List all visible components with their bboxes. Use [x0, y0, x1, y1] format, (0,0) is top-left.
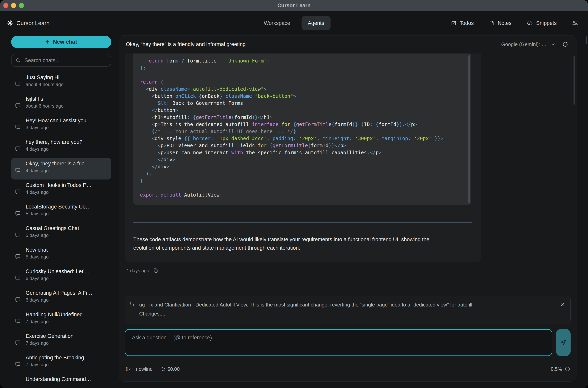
chat-bubble-icon: [15, 291, 21, 309]
message-text: These code artifacts demonstrate how the…: [133, 235, 472, 252]
chat-list-item[interactable]: Handling Null/Undefined …7 days ago: [11, 309, 111, 330]
code-line: }: [140, 177, 462, 184]
chat-bubble-icon: [15, 377, 21, 382]
code-line: };: [140, 65, 462, 72]
chat-item-title: Exercise Generation: [26, 333, 74, 340]
app-window: Cursor Learn Cursor Learn Workspace Agen…: [0, 0, 588, 388]
code-line: export default AutofillView;: [140, 192, 462, 198]
chat-item-timestamp: 7 days ago: [26, 362, 89, 367]
search-input[interactable]: [24, 57, 99, 64]
notes-button[interactable]: Notes: [489, 20, 511, 26]
chat-list-item[interactable]: Understanding Command…: [11, 373, 111, 382]
tab-workspace[interactable]: Workspace: [258, 16, 297, 30]
chat-item-title: Isjfslff s: [26, 96, 64, 102]
sidebar: + New chat Just Saying Hiabout 4 hours a…: [11, 35, 111, 382]
chat-bubble-icon: [15, 205, 21, 223]
chat-list-item[interactable]: Exercise Generation7 days ago: [11, 330, 111, 352]
chat-item-title: Generating All Pages: A Fi…: [26, 290, 92, 296]
model-label: Google (Gemini): …: [501, 41, 546, 48]
app-header: Cursor Learn Workspace Agents Todos: [0, 11, 588, 35]
chat-bubble-icon: [15, 118, 21, 136]
chat-item-timestamp: 4 days ago: [26, 146, 82, 152]
question-input[interactable]: [125, 329, 552, 356]
chat-bubble-icon: [15, 162, 21, 179]
code-line: [140, 72, 462, 79]
chat-list-item[interactable]: New chat5 days ago: [11, 244, 111, 266]
chat-list-item[interactable]: hey there, how are you?4 days ago: [11, 136, 111, 158]
chat-search: [11, 54, 111, 67]
cursor-asterisk-icon: [7, 20, 13, 26]
copy-icon[interactable]: [153, 268, 158, 273]
chat-list-item[interactable]: Anticipating the Breaking…7 days ago: [11, 352, 111, 373]
code-line: <p>This is the dedicated autofill interf…: [140, 121, 462, 128]
chat-item-title: Anticipating the Breaking…: [26, 354, 89, 361]
todos-label: Todos: [459, 20, 474, 26]
code-content: return form ? form.title : 'Unknown Form…: [133, 53, 471, 198]
app-logo: Cursor Learn: [7, 11, 49, 35]
chat-bubble-icon: [15, 312, 21, 330]
messages-scrollbar[interactable]: [573, 56, 575, 105]
new-chat-label: New chat: [53, 39, 77, 45]
composer-hint-row: ⇧↵ newline $0.00 0.5%: [125, 365, 570, 372]
close-icon[interactable]: [560, 302, 565, 307]
code-line: <div className="autofill-dedicated-view"…: [140, 86, 462, 93]
chat-item-title: New chat: [26, 246, 48, 253]
chat-list-item[interactable]: Custom Hooks in Todos P…4 days ago: [11, 179, 111, 201]
chat-bubble-icon: [15, 97, 21, 115]
chat-title: Okay, “hey there” is a friendly and info…: [126, 35, 246, 53]
chat-item-timestamp: 4 days ago: [26, 190, 92, 195]
chat-list-item[interactable]: Okay, “hey there” is a frie…4 days ago: [11, 158, 111, 179]
code-scrollbar[interactable]: [468, 55, 470, 203]
send-button[interactable]: [556, 329, 571, 356]
settings-sliders-button[interactable]: [572, 20, 578, 26]
quoted-reference-bar: ug Fix and Clarification - Dedicated Aut…: [125, 296, 571, 324]
todos-button[interactable]: Todos: [451, 20, 474, 26]
chat-list-item[interactable]: Just Saying Hiabout 4 hours ago: [11, 72, 111, 93]
chat-panel: Okay, “hey there” is a friendly and info…: [119, 35, 576, 382]
code-line: </button>: [140, 107, 462, 114]
code-line: </div>: [140, 156, 462, 163]
model-selector[interactable]: Google (Gemini): …: [501, 35, 568, 53]
chat-item-timestamp: about 4 hours ago: [26, 82, 64, 87]
chat-list-item[interactable]: LocalStorage Security Co…5 days ago: [11, 201, 111, 223]
refresh-icon[interactable]: [562, 41, 568, 48]
newline-hint: newline: [136, 366, 153, 372]
chat-panel-header: Okay, “hey there” is a friendly and info…: [119, 35, 576, 53]
chat-bubble-icon: [15, 140, 21, 158]
code-line: return form ? form.title : 'Unknown Form…: [140, 57, 462, 65]
cost-value: $0.00: [167, 366, 180, 372]
chat-bubble-icon: [15, 334, 21, 352]
code-line: <button onClick={onBack} className="back…: [140, 93, 462, 100]
message-divider: [133, 222, 472, 223]
code-line: return (: [140, 79, 462, 86]
cost-coin-icon: [161, 367, 165, 371]
new-chat-button[interactable]: + New chat: [11, 36, 111, 48]
send-plane-icon: [560, 339, 567, 346]
chat-item-timestamp: 6 days ago: [26, 297, 92, 303]
chat-item-title: Just Saying Hi: [26, 74, 64, 81]
chat-list-item[interactable]: Generating All Pages: A Fi…6 days ago: [11, 287, 111, 309]
chat-item-title: Custom Hooks in Todos P…: [26, 182, 92, 189]
main-tabs: Workspace Agents: [258, 11, 331, 35]
titlebar: Cursor Learn: [0, 0, 588, 11]
message-meta: 4 days ago: [126, 268, 158, 273]
chat-list-item[interactable]: Hey! How can I assist you…3 days ago: [11, 115, 111, 136]
snippets-button[interactable]: Snippets: [527, 20, 557, 26]
code-line: <div style={{ border: '1px dashed #ccc',…: [140, 135, 462, 142]
context-ring-icon: [565, 366, 570, 372]
chat-bubble-icon: [15, 75, 21, 93]
chat-bubble-icon: [15, 356, 21, 373]
chat-item-title: Curiosity Unleashed: Let’…: [26, 268, 90, 275]
chat-list-item[interactable]: Casual Greetings Chat5 days ago: [11, 223, 111, 244]
chat-list-item[interactable]: Curiosity Unleashed: Let’…6 days ago: [11, 266, 111, 287]
chat-item-title: Hey! How can I assist you…: [26, 117, 92, 124]
tab-agents[interactable]: Agents: [302, 16, 330, 30]
chat-item-timestamp: 5 days ago: [26, 233, 79, 238]
header-actions: Todos Notes Snippets: [451, 11, 578, 35]
chat-item-title: Okay, “hey there” is a frie…: [26, 160, 90, 167]
chat-item-timestamp: 7 days ago: [26, 340, 74, 346]
chat-list-item[interactable]: Isjfslff sabout 6 hours ago: [11, 93, 111, 115]
reply-arrow-icon: [129, 301, 135, 307]
app-logo-text: Cursor Learn: [17, 20, 49, 26]
window-scrollbar-thumb[interactable]: [586, 36, 588, 44]
